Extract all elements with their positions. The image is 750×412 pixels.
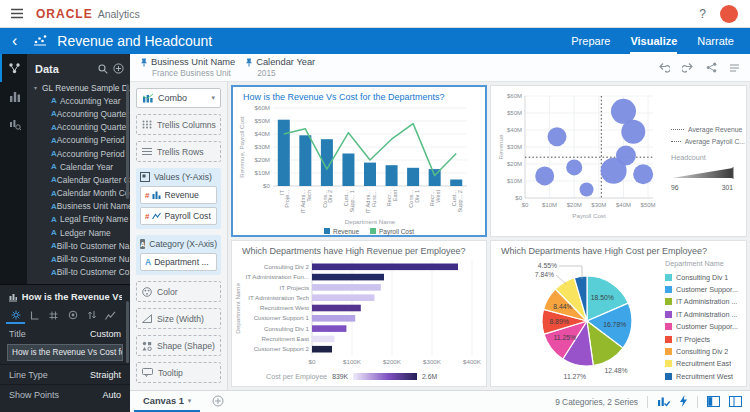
- pie-legend: Department Name Consulting Div 1Customer…: [665, 259, 745, 383]
- dataset-row[interactable]: ▾ GL Revenue Sample D...: [27, 81, 130, 94]
- expand-caret-icon[interactable]: ▾: [34, 84, 37, 91]
- pie-chart[interactable]: 18.50%16.78%12.48%11.27%11.25%8.89%8.44%…: [491, 255, 663, 385]
- tab-sort-icon[interactable]: [82, 308, 101, 324]
- tab-general-icon[interactable]: [6, 308, 25, 324]
- shape-zone[interactable]: Shape (Shape): [136, 335, 221, 356]
- layout-split-panel-icon[interactable]: [729, 393, 742, 411]
- legend-item[interactable]: Customer Suppor...: [665, 283, 745, 295]
- field-item[interactable]: ALegal Entity Name: [27, 213, 130, 226]
- field-item[interactable]: ALedger Name: [27, 226, 130, 239]
- trellis-columns-zone[interactable]: Trellis Columns: [136, 114, 221, 135]
- rail-data-icon[interactable]: [0, 54, 27, 82]
- line-type-label: Line Type: [9, 370, 48, 380]
- legend-item[interactable]: Consulting Div 2: [665, 345, 745, 357]
- field-item[interactable]: ACalendar Month Co...: [27, 187, 130, 200]
- legend-item[interactable]: Recruitment West: [665, 370, 745, 382]
- field-item[interactable]: ABill-to Customer Na...: [27, 239, 130, 252]
- legend-item[interactable]: Recruitment East: [665, 358, 745, 370]
- title-bar: ‹ Revenue and Headcount Prepare Visualiz…: [0, 28, 750, 54]
- filter-calendar-year[interactable]: Calendar Year 2015: [245, 57, 315, 78]
- tab-prepare[interactable]: Prepare: [571, 28, 610, 54]
- canvas-menu-icon[interactable]: [729, 59, 740, 77]
- bubble-chart-tile[interactable]: $0$10M$20M$30M$40M$50M$0$10M$20M$30M$40M…: [490, 85, 747, 237]
- category-zone[interactable]: A Category (X-Axis) A Department ...: [136, 235, 221, 275]
- svg-text:$30M: $30M: [591, 202, 606, 208]
- hbar-chart-tile[interactable]: Which Departments have High Revenue per …: [231, 240, 487, 387]
- values-zone[interactable]: Values (Y-Axis) # Revenue # Payroll Cost: [136, 168, 221, 229]
- add-data-icon[interactable]: [113, 60, 124, 78]
- pie-chart-tile[interactable]: Which Departments have High Cost per Emp…: [490, 240, 747, 387]
- filter-business-unit[interactable]: Business Unit Name France Business Unit: [140, 57, 235, 78]
- combo-chart-tile[interactable]: How is the Revenue Vs Cost for the Depar…: [231, 85, 487, 237]
- auto-apply-icon[interactable]: [657, 393, 670, 411]
- add-canvas-icon[interactable]: [212, 393, 224, 411]
- size-zone[interactable]: Size (Width): [136, 308, 221, 329]
- show-points-value[interactable]: Auto: [102, 390, 121, 400]
- category-pill-department[interactable]: A Department ...: [140, 253, 217, 271]
- field-item[interactable]: AAccounting Year: [27, 94, 130, 107]
- legend-swatch: [665, 286, 672, 293]
- legend-item[interactable]: IT Administration ...: [665, 308, 745, 320]
- attribute-icon: A: [51, 162, 60, 171]
- tab-visualize[interactable]: Visualize: [630, 28, 677, 54]
- tab-axis-icon[interactable]: [25, 308, 44, 324]
- field-item[interactable]: AAccounting Period ...: [27, 134, 130, 147]
- title-property-value[interactable]: Custom: [90, 329, 121, 339]
- color-zone[interactable]: Color: [136, 281, 221, 302]
- trellis-rows-zone[interactable]: Trellis Rows: [136, 141, 221, 162]
- field-item[interactable]: AAccounting Quarter ...: [27, 121, 130, 134]
- field-item[interactable]: ACalendar Quarter C...: [27, 173, 130, 186]
- measure-icon: #: [145, 212, 149, 221]
- headcount-ramp-icon: [671, 167, 735, 179]
- legend-item[interactable]: Consulting Div 1: [665, 271, 745, 283]
- legend-item[interactable]: IT Projects: [665, 333, 745, 345]
- properties-scrollbar[interactable]: [126, 301, 129, 363]
- tooltip-zone[interactable]: Tooltip: [136, 362, 221, 383]
- svg-text:18.50%: 18.50%: [591, 294, 614, 301]
- line-type-value[interactable]: Straight: [90, 370, 121, 380]
- share-icon[interactable]: [706, 59, 717, 77]
- custom-title-input[interactable]: How is the Revenue Vs Cost for the: [7, 344, 123, 361]
- canvas-tab[interactable]: Canvas 1 ▾: [134, 391, 200, 412]
- layout-left-panel-icon[interactable]: [707, 393, 720, 411]
- legend-swatch: [665, 298, 672, 305]
- rail-analytics-icon[interactable]: [0, 110, 27, 138]
- svg-text:$0: $0: [515, 195, 522, 201]
- back-icon[interactable]: ‹: [12, 33, 17, 49]
- svg-text:Recruitment East: Recruitment East: [262, 335, 310, 342]
- chart-type-select[interactable]: Combo ▾: [136, 88, 221, 108]
- redo-icon[interactable]: [682, 59, 694, 77]
- tab-analytics-icon[interactable]: [101, 308, 120, 324]
- field-item[interactable]: ABusiness Unit Name: [27, 200, 130, 213]
- svg-text:Department Name: Department Name: [234, 283, 241, 334]
- legend-item[interactable]: Customer Suppor...: [665, 321, 745, 333]
- field-item[interactable]: ACalendar Year: [27, 160, 130, 173]
- measure-pill-revenue[interactable]: # Revenue: [140, 186, 217, 204]
- undo-icon[interactable]: [658, 59, 670, 77]
- legend-item[interactable]: IT Administration ...: [665, 296, 745, 308]
- avatar[interactable]: [720, 5, 738, 23]
- auto-insights-icon[interactable]: [679, 393, 688, 411]
- svg-text:$400K: $400K: [463, 358, 482, 365]
- bubble-chart[interactable]: $0$10M$20M$30M$40M$50M$0$10M$20M$30M$40M…: [495, 90, 673, 234]
- color-palette-icon: [142, 287, 152, 297]
- svg-text:$10M: $10M: [255, 169, 270, 176]
- field-item[interactable]: AAccounting Period ...: [27, 147, 130, 160]
- help-icon[interactable]: ?: [699, 7, 706, 21]
- data-scrollbar[interactable]: [126, 84, 129, 199]
- svg-text:$30M: $30M: [507, 144, 522, 150]
- measure-pill-payroll-cost[interactable]: # Payroll Cost: [140, 207, 217, 225]
- field-item[interactable]: ABill-to Customer Co...: [27, 266, 130, 279]
- tab-narrate[interactable]: Narrate: [697, 28, 734, 54]
- hamburger-menu-icon[interactable]: [10, 5, 24, 23]
- tab-values-icon[interactable]: [44, 308, 63, 324]
- hbar-chart[interactable]: $0$100K$200K$300K$400KConsulting Div 2IT…: [234, 257, 484, 365]
- field-item[interactable]: ABill-to Customer Nu...: [27, 252, 130, 265]
- combo-chart[interactable]: $0$10M$20M$30M$40M$50M$60MRevenue, Payro…: [235, 102, 483, 236]
- svg-text:Consulting Div 1: Consulting Div 1: [264, 325, 310, 332]
- rail-visualizations-icon[interactable]: [0, 82, 27, 110]
- search-icon[interactable]: [98, 60, 108, 78]
- field-item[interactable]: AAccounting Quarter ...: [27, 107, 130, 120]
- tab-data-labels-icon[interactable]: [63, 308, 82, 324]
- field-label: Bill-to Customer Co...: [57, 267, 130, 277]
